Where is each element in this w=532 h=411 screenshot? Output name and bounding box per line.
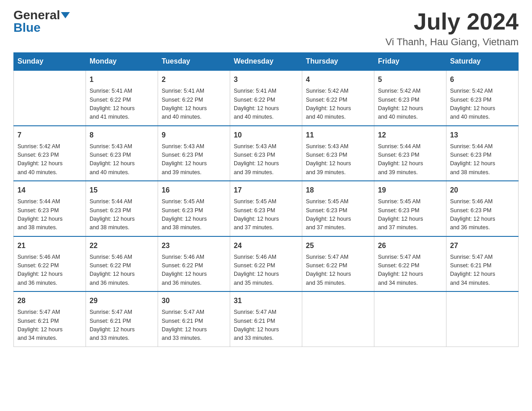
day-info: Sunrise: 5:47 AM Sunset: 6:21 PM Dayligh… (17, 308, 82, 343)
calendar-cell: 26Sunrise: 5:47 AM Sunset: 6:22 PM Dayli… (374, 236, 446, 292)
day-info: Sunrise: 5:43 AM Sunset: 6:23 PM Dayligh… (234, 142, 298, 177)
day-info: Sunrise: 5:45 AM Sunset: 6:23 PM Dayligh… (162, 197, 226, 232)
day-info: Sunrise: 5:42 AM Sunset: 6:23 PM Dayligh… (378, 87, 442, 122)
day-number: 2 (162, 74, 226, 85)
day-number: 27 (450, 240, 515, 251)
day-info: Sunrise: 5:47 AM Sunset: 6:21 PM Dayligh… (450, 253, 515, 288)
calendar-cell: 19Sunrise: 5:45 AM Sunset: 6:23 PM Dayli… (374, 181, 446, 236)
logo: General Blue (13, 9, 70, 34)
calendar-cell: 18Sunrise: 5:45 AM Sunset: 6:23 PM Dayli… (302, 181, 374, 236)
calendar-cell: 23Sunrise: 5:46 AM Sunset: 6:22 PM Dayli… (158, 236, 230, 292)
calendar-cell: 10Sunrise: 5:43 AM Sunset: 6:23 PM Dayli… (230, 126, 302, 181)
day-number: 7 (17, 130, 82, 141)
calendar-cell: 28Sunrise: 5:47 AM Sunset: 6:21 PM Dayli… (14, 291, 86, 347)
calendar-header-wednesday: Wednesday (230, 53, 302, 71)
day-number: 17 (234, 185, 298, 196)
day-info: Sunrise: 5:45 AM Sunset: 6:23 PM Dayligh… (234, 197, 298, 232)
calendar-cell: 7Sunrise: 5:42 AM Sunset: 6:23 PM Daylig… (14, 126, 86, 181)
calendar-cell: 17Sunrise: 5:45 AM Sunset: 6:23 PM Dayli… (230, 181, 302, 236)
day-info: Sunrise: 5:47 AM Sunset: 6:21 PM Dayligh… (162, 308, 226, 343)
calendar-header-thursday: Thursday (302, 53, 374, 71)
day-number: 6 (450, 74, 515, 85)
calendar-cell: 22Sunrise: 5:46 AM Sunset: 6:22 PM Dayli… (86, 236, 158, 292)
calendar-week-row: 7Sunrise: 5:42 AM Sunset: 6:23 PM Daylig… (14, 126, 519, 181)
month-year-title: July 2024 (386, 9, 519, 34)
calendar-cell: 31Sunrise: 5:47 AM Sunset: 6:21 PM Dayli… (230, 291, 302, 347)
day-number: 21 (17, 240, 82, 251)
day-info: Sunrise: 5:44 AM Sunset: 6:23 PM Dayligh… (17, 197, 82, 232)
calendar-week-row: 28Sunrise: 5:47 AM Sunset: 6:21 PM Dayli… (14, 291, 519, 347)
day-info: Sunrise: 5:44 AM Sunset: 6:23 PM Dayligh… (378, 142, 442, 177)
calendar-cell: 30Sunrise: 5:47 AM Sunset: 6:21 PM Dayli… (158, 291, 230, 347)
day-number: 13 (450, 130, 515, 141)
calendar-cell (374, 291, 446, 347)
calendar-table: SundayMondayTuesdayWednesdayThursdayFrid… (13, 52, 519, 347)
calendar-cell: 14Sunrise: 5:44 AM Sunset: 6:23 PM Dayli… (14, 181, 86, 236)
day-number: 5 (378, 74, 442, 85)
calendar-cell: 9Sunrise: 5:43 AM Sunset: 6:23 PM Daylig… (158, 126, 230, 181)
logo-general-text: General (13, 9, 60, 21)
day-info: Sunrise: 5:47 AM Sunset: 6:21 PM Dayligh… (90, 308, 154, 343)
day-number: 24 (234, 240, 298, 251)
day-info: Sunrise: 5:47 AM Sunset: 6:22 PM Dayligh… (378, 253, 442, 288)
day-number: 14 (17, 185, 82, 196)
day-info: Sunrise: 5:43 AM Sunset: 6:23 PM Dayligh… (306, 142, 370, 177)
calendar-week-row: 14Sunrise: 5:44 AM Sunset: 6:23 PM Dayli… (14, 181, 519, 236)
day-number: 10 (234, 130, 298, 141)
day-number: 16 (162, 185, 226, 196)
day-number: 11 (306, 130, 370, 141)
day-info: Sunrise: 5:47 AM Sunset: 6:21 PM Dayligh… (234, 308, 298, 343)
calendar-cell: 20Sunrise: 5:46 AM Sunset: 6:23 PM Dayli… (446, 181, 519, 236)
calendar-week-row: 21Sunrise: 5:46 AM Sunset: 6:22 PM Dayli… (14, 236, 519, 292)
day-info: Sunrise: 5:42 AM Sunset: 6:23 PM Dayligh… (17, 142, 82, 177)
calendar-cell: 15Sunrise: 5:44 AM Sunset: 6:23 PM Dayli… (86, 181, 158, 236)
day-info: Sunrise: 5:47 AM Sunset: 6:22 PM Dayligh… (306, 253, 370, 288)
calendar-header-tuesday: Tuesday (158, 53, 230, 71)
calendar-cell: 16Sunrise: 5:45 AM Sunset: 6:23 PM Dayli… (158, 181, 230, 236)
calendar-cell: 8Sunrise: 5:43 AM Sunset: 6:23 PM Daylig… (86, 126, 158, 181)
location-subtitle: Vi Thanh, Hau Giang, Vietnam (386, 36, 519, 48)
day-info: Sunrise: 5:43 AM Sunset: 6:23 PM Dayligh… (90, 142, 154, 177)
calendar-cell: 25Sunrise: 5:47 AM Sunset: 6:22 PM Dayli… (302, 236, 374, 292)
day-number: 22 (90, 240, 154, 251)
day-info: Sunrise: 5:44 AM Sunset: 6:23 PM Dayligh… (90, 197, 154, 232)
calendar-cell: 5Sunrise: 5:42 AM Sunset: 6:23 PM Daylig… (374, 70, 446, 126)
day-number: 30 (162, 295, 226, 306)
calendar-week-row: 1Sunrise: 5:41 AM Sunset: 6:22 PM Daylig… (14, 70, 519, 126)
day-number: 29 (90, 295, 154, 306)
calendar-header-row: SundayMondayTuesdayWednesdayThursdayFrid… (14, 53, 519, 71)
calendar-cell: 6Sunrise: 5:42 AM Sunset: 6:23 PM Daylig… (446, 70, 519, 126)
calendar-cell: 13Sunrise: 5:44 AM Sunset: 6:23 PM Dayli… (446, 126, 519, 181)
day-number: 3 (234, 74, 298, 85)
day-info: Sunrise: 5:42 AM Sunset: 6:23 PM Dayligh… (450, 87, 515, 122)
day-info: Sunrise: 5:41 AM Sunset: 6:22 PM Dayligh… (234, 87, 298, 122)
day-number: 18 (306, 185, 370, 196)
calendar-cell: 2Sunrise: 5:41 AM Sunset: 6:22 PM Daylig… (158, 70, 230, 126)
day-info: Sunrise: 5:45 AM Sunset: 6:23 PM Dayligh… (378, 197, 442, 232)
day-info: Sunrise: 5:46 AM Sunset: 6:22 PM Dayligh… (234, 253, 298, 288)
day-number: 9 (162, 130, 226, 141)
day-info: Sunrise: 5:41 AM Sunset: 6:22 PM Dayligh… (90, 87, 154, 122)
day-number: 23 (162, 240, 226, 251)
page-header: General Blue July 2024 Vi Thanh, Hau Gia… (13, 9, 519, 48)
calendar-header-saturday: Saturday (446, 53, 519, 71)
calendar-cell: 24Sunrise: 5:46 AM Sunset: 6:22 PM Dayli… (230, 236, 302, 292)
calendar-cell: 21Sunrise: 5:46 AM Sunset: 6:22 PM Dayli… (14, 236, 86, 292)
title-section: July 2024 Vi Thanh, Hau Giang, Vietnam (386, 9, 519, 48)
day-info: Sunrise: 5:42 AM Sunset: 6:22 PM Dayligh… (306, 87, 370, 122)
logo-blue-text: Blue (13, 21, 41, 34)
day-number: 12 (378, 130, 442, 141)
calendar-header-sunday: Sunday (14, 53, 86, 71)
calendar-cell: 29Sunrise: 5:47 AM Sunset: 6:21 PM Dayli… (86, 291, 158, 347)
day-info: Sunrise: 5:44 AM Sunset: 6:23 PM Dayligh… (450, 142, 515, 177)
day-number: 1 (90, 74, 154, 85)
day-number: 28 (17, 295, 82, 306)
logo-triangle-icon (61, 12, 70, 18)
day-number: 25 (306, 240, 370, 251)
calendar-cell (446, 291, 519, 347)
calendar-cell: 3Sunrise: 5:41 AM Sunset: 6:22 PM Daylig… (230, 70, 302, 126)
calendar-cell: 12Sunrise: 5:44 AM Sunset: 6:23 PM Dayli… (374, 126, 446, 181)
day-info: Sunrise: 5:43 AM Sunset: 6:23 PM Dayligh… (162, 142, 226, 177)
day-number: 19 (378, 185, 442, 196)
day-number: 31 (234, 295, 298, 306)
